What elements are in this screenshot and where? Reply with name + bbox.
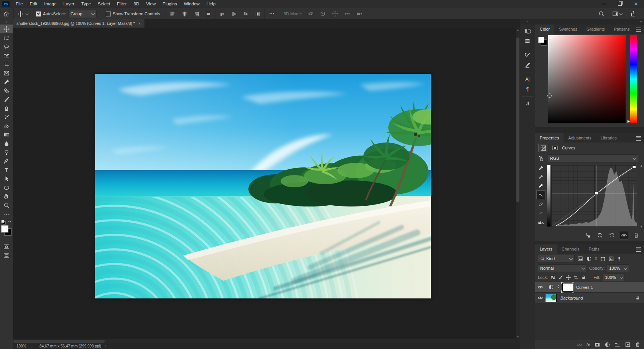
color-marker-icon[interactable] xyxy=(547,93,552,98)
search-button[interactable] xyxy=(595,8,608,20)
targeted-adjustment-icon[interactable] xyxy=(538,155,545,162)
tool-object-selection[interactable] xyxy=(0,51,13,60)
actions-panel-button[interactable] xyxy=(520,36,535,46)
current-tool-button[interactable] xyxy=(15,8,31,20)
new-group-button[interactable] xyxy=(614,342,621,348)
menu-help[interactable]: Help xyxy=(203,0,219,8)
glyphs-panel-button[interactable]: A xyxy=(520,98,535,108)
tool-hand[interactable] xyxy=(0,192,13,201)
tool-move[interactable] xyxy=(0,25,13,33)
panel-menu-icon[interactable] xyxy=(636,136,641,141)
quick-mask-button[interactable] xyxy=(0,242,13,251)
menu-type[interactable]: Type xyxy=(78,0,94,8)
align-bottom-button[interactable] xyxy=(240,8,252,20)
swap-colors-button[interactable] xyxy=(7,220,12,224)
history-panel-button[interactable] xyxy=(520,26,535,36)
menu-filter[interactable]: Filter xyxy=(113,0,130,8)
foreground-color-swatch[interactable] xyxy=(538,37,544,43)
fill-field[interactable]: 100% xyxy=(603,274,625,281)
tool-history-brush[interactable] xyxy=(0,113,13,121)
layer-mask-thumbnail[interactable] xyxy=(562,283,573,292)
reset-adjustment-button[interactable] xyxy=(608,231,616,239)
roll-3d-button[interactable] xyxy=(317,8,329,20)
align-center-h-button[interactable] xyxy=(179,8,191,20)
tool-pen[interactable] xyxy=(0,157,13,165)
gray-point-sampler-button[interactable] xyxy=(537,173,545,181)
edit-points-button[interactable] xyxy=(536,190,545,199)
tool-crop[interactable] xyxy=(0,60,13,69)
collapse-panels-chevron[interactable]: « xyxy=(527,20,529,23)
home-button[interactable] xyxy=(0,8,13,20)
slide-3d-button[interactable] xyxy=(341,8,353,20)
expand-tools-chevron[interactable]: » xyxy=(0,19,13,25)
brushes-panel-button[interactable] xyxy=(520,60,535,70)
foreground-color-swatch[interactable] xyxy=(1,225,8,233)
lock-transparency-button[interactable] xyxy=(550,275,555,280)
filter-smart-objects-button[interactable] xyxy=(608,256,614,262)
vertical-scroll-thumb[interactable] xyxy=(516,38,519,202)
tool-frame[interactable] xyxy=(0,69,13,77)
menu-select[interactable]: Select xyxy=(94,0,113,8)
tool-clone-stamp[interactable] xyxy=(0,104,13,113)
hue-marker-icon[interactable] xyxy=(628,120,630,123)
tool-healing-brush[interactable] xyxy=(0,86,13,95)
zoom-level-field[interactable]: 100% xyxy=(16,344,34,348)
close-tab-icon[interactable]: × xyxy=(138,21,141,26)
toggle-visibility-button[interactable] xyxy=(620,231,628,239)
tab-color[interactable]: Color xyxy=(535,25,554,34)
new-adjustment-layer-button[interactable] xyxy=(605,342,610,347)
smooth-curve-button[interactable] xyxy=(537,209,545,217)
view-previous-state-button[interactable] xyxy=(596,231,604,239)
tool-gradient[interactable] xyxy=(0,130,13,139)
menu-view[interactable]: View xyxy=(143,0,159,8)
tab-patterns[interactable]: Patterns xyxy=(610,25,634,34)
restore-button[interactable] xyxy=(612,0,628,8)
clipping-display-button[interactable] xyxy=(537,218,545,226)
delete-layer-button[interactable] xyxy=(635,342,641,347)
menu-plugins[interactable]: Plugins xyxy=(159,0,181,8)
draw-curve-button[interactable] xyxy=(537,200,545,208)
status-chevron[interactable]: › xyxy=(105,344,106,348)
curve-grid[interactable] xyxy=(551,165,637,227)
auto-select-scope-dropdown[interactable]: Group xyxy=(68,10,97,18)
default-colors-button[interactable] xyxy=(1,220,5,224)
filter-toggle-button[interactable] xyxy=(617,256,622,261)
horizontal-scroll-thumb[interactable] xyxy=(13,340,105,343)
tool-zoom[interactable] xyxy=(0,201,13,210)
layer-locked-icon[interactable] xyxy=(635,295,640,300)
clip-to-layer-button[interactable] xyxy=(584,231,592,239)
orbit-3d-button[interactable] xyxy=(304,8,317,20)
white-point-sampler-button[interactable] xyxy=(537,182,545,190)
menu-window[interactable]: Window xyxy=(181,0,203,8)
auto-select-checkbox[interactable] xyxy=(36,11,41,16)
brush-settings-panel-button[interactable] xyxy=(520,50,535,60)
filter-pixel-layers-button[interactable] xyxy=(577,256,583,262)
scroll-down-icon[interactable]: ▼ xyxy=(640,225,643,228)
filter-shape-layers-button[interactable] xyxy=(600,256,606,262)
channel-dropdown[interactable]: RGB xyxy=(548,154,638,162)
document-image[interactable] xyxy=(95,74,431,298)
expand-panels-chevron[interactable]: » xyxy=(640,20,642,23)
distribute-v-button[interactable] xyxy=(252,8,264,20)
hue-slider[interactable] xyxy=(630,35,637,123)
tool-brush[interactable] xyxy=(0,95,13,104)
add-layer-mask-button[interactable] xyxy=(594,342,600,348)
tool-shape[interactable] xyxy=(0,183,13,192)
align-middle-button[interactable] xyxy=(228,8,240,20)
opacity-field[interactable]: 100% xyxy=(607,264,629,272)
tool-type[interactable]: T xyxy=(0,165,13,174)
mask-link-icon[interactable] xyxy=(556,285,561,290)
layer-row-curves[interactable]: Curves 1 xyxy=(535,282,644,293)
tool-lasso[interactable] xyxy=(0,42,13,51)
layer-visibility-toggle[interactable] xyxy=(535,295,545,301)
filter-type-layers-button[interactable]: T xyxy=(595,256,597,261)
layer-style-button[interactable]: fx xyxy=(586,342,590,347)
tool-eraser[interactable] xyxy=(0,121,13,130)
tab-libraries[interactable]: Libraries xyxy=(596,133,621,143)
workspace-button[interactable] xyxy=(609,8,626,20)
scroll-up-icon[interactable]: ▲ xyxy=(640,164,643,167)
lock-all-button[interactable] xyxy=(581,275,586,280)
blend-mode-dropdown[interactable]: Normal xyxy=(538,264,587,272)
link-layers-button[interactable] xyxy=(577,342,582,347)
align-right-button[interactable] xyxy=(191,8,202,20)
